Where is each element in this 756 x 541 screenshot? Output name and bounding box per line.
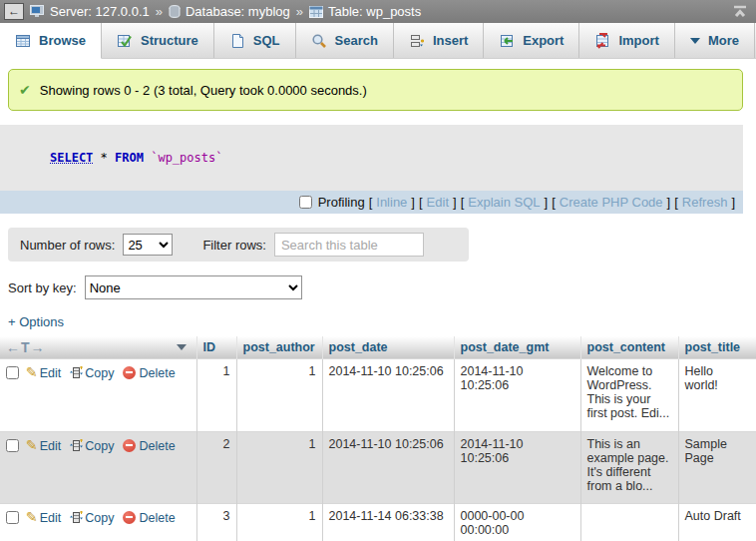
- row-checkbox[interactable]: [6, 439, 19, 452]
- sql-query-box: SELECT * FROM `wp_posts`: [0, 125, 743, 191]
- header-actions[interactable]: ←T→: [0, 336, 196, 358]
- create-php-code-link[interactable]: Create PHP Code: [560, 195, 663, 210]
- header-id[interactable]: ID: [196, 336, 236, 358]
- sort-by-key-select[interactable]: None: [85, 275, 302, 299]
- tab-structure[interactable]: Structure: [102, 23, 214, 58]
- cell-id: 3: [196, 503, 236, 541]
- edit-pencil-icon: ✎: [26, 509, 38, 525]
- tab-label: Export: [523, 33, 564, 48]
- filter-rows-input[interactable]: [274, 233, 424, 257]
- copy-link[interactable]: Copy: [85, 439, 114, 453]
- bracket: ]: [411, 195, 415, 210]
- row-actions-cell: ✎EditCopyDelete: [0, 431, 196, 503]
- transpose-icon[interactable]: ←T→: [6, 339, 46, 355]
- server-breadcrumb-bar: ← Server: 127.0.0.1 » Database: myblog »…: [0, 0, 756, 23]
- query-actions-bar: Profiling [ Inline ] [ Edit ] [ Explain …: [0, 191, 743, 214]
- row-actions-cell: ✎EditCopyDelete: [0, 503, 196, 541]
- sql-table-name: `wp_posts`: [151, 151, 222, 165]
- table-header-row: ←T→ ID post_author post_date post_date_g…: [0, 336, 756, 358]
- tab-label: Search: [335, 33, 378, 48]
- cell-post-date-gmt: 0000-00-00 00:00:00: [454, 503, 580, 541]
- tab-label: SQL: [253, 33, 280, 48]
- copy-icon: [70, 439, 83, 452]
- cell-post-title: Auto Draft: [678, 503, 756, 541]
- copy-link[interactable]: Copy: [85, 511, 114, 525]
- bracket: ]: [545, 195, 549, 210]
- row-checkbox[interactable]: [6, 366, 19, 379]
- delete-icon: [123, 511, 136, 524]
- chevron-down-icon: [690, 38, 700, 44]
- tab-export[interactable]: Export: [484, 23, 579, 58]
- cell-id: 2: [196, 431, 236, 503]
- row-actions-cell: ✎EditCopyDelete: [0, 358, 196, 431]
- cell-post-date-gmt: 2014-11-10 10:25:06: [454, 431, 580, 503]
- delete-icon: [123, 439, 136, 452]
- database-icon: [169, 5, 181, 18]
- breadcrumb: Server: 127.0.0.1: [30, 4, 150, 19]
- header-post-title[interactable]: post_title: [678, 336, 756, 358]
- bracket: [: [674, 195, 678, 210]
- delete-icon: [123, 366, 136, 379]
- cell-post-content: This is an example page. It's different …: [580, 431, 678, 503]
- inline-link[interactable]: Inline: [376, 195, 407, 210]
- cell-post-title: Hello world!: [678, 358, 756, 431]
- edit-query-link[interactable]: Edit: [427, 195, 449, 210]
- copy-icon: [70, 511, 83, 524]
- back-button[interactable]: ←: [4, 3, 24, 20]
- delete-link[interactable]: Delete: [139, 439, 175, 453]
- tab-label: More: [708, 33, 739, 48]
- table-row: ✎EditCopyDelete 3 1 2014-11-14 06:33:38 …: [0, 503, 756, 541]
- collapse-menu-icon[interactable]: [732, 5, 748, 18]
- edit-link[interactable]: Edit: [40, 439, 62, 453]
- explain-sql-link[interactable]: Explain SQL: [468, 195, 540, 210]
- tab-sql[interactable]: SQL: [214, 23, 296, 58]
- edit-link[interactable]: Edit: [40, 511, 62, 525]
- cell-post-date-gmt: 2014-11-10 10:25:06: [454, 358, 580, 431]
- search-icon: [311, 33, 327, 49]
- table-row: ✎EditCopyDelete 1 1 2014-11-10 10:25:06 …: [0, 358, 756, 431]
- sql-keyword-select: SELECT: [50, 151, 93, 165]
- edit-link[interactable]: Edit: [40, 366, 62, 380]
- copy-link[interactable]: Copy: [85, 366, 114, 380]
- header-post-author[interactable]: post_author: [236, 336, 322, 358]
- tab-bar: Browse Structure SQL Search I: [0, 23, 756, 59]
- header-post-content[interactable]: post_content: [580, 336, 678, 358]
- edit-pencil-icon: ✎: [26, 364, 38, 380]
- delete-link[interactable]: Delete: [139, 366, 175, 380]
- options-dropdown-icon[interactable]: [177, 344, 187, 350]
- tab-more[interactable]: More: [675, 23, 755, 58]
- profiling-checkbox[interactable]: [299, 196, 312, 209]
- tab-label: Insert: [433, 33, 468, 48]
- breadcrumb-table[interactable]: Table: wp_posts: [328, 4, 421, 19]
- import-icon: [594, 33, 610, 49]
- profiling-label: Profiling: [318, 195, 365, 210]
- sort-by-key-label: Sort by key:: [8, 280, 77, 295]
- options-toggle[interactable]: + Options: [8, 314, 64, 329]
- table-row: ✎EditCopyDelete 2 1 2014-11-10 10:25:06 …: [0, 431, 756, 503]
- bracket: ]: [731, 195, 735, 210]
- status-message: ✔ Showing rows 0 - 2 (3 total, Query too…: [8, 69, 743, 111]
- cell-post-content: [580, 503, 678, 541]
- status-message-text: Showing rows 0 - 2 (3 total, Query took …: [40, 83, 367, 98]
- browse-icon: [15, 33, 31, 49]
- sql-icon: [229, 33, 245, 49]
- number-of-rows-select[interactable]: 25: [123, 234, 173, 256]
- tab-import[interactable]: Import: [579, 23, 674, 58]
- breadcrumb-database[interactable]: Database: myblog: [186, 4, 290, 19]
- header-post-date[interactable]: post_date: [322, 336, 454, 358]
- tab-insert[interactable]: Insert: [394, 23, 484, 58]
- bracket: [: [552, 195, 556, 210]
- breadcrumb: Database: myblog: [169, 4, 290, 19]
- export-icon: [499, 33, 515, 49]
- tab-search[interactable]: Search: [296, 23, 394, 58]
- header-post-date-gmt[interactable]: post_date_gmt: [454, 336, 580, 358]
- tab-browse[interactable]: Browse: [0, 23, 102, 59]
- bracket: ]: [453, 195, 457, 210]
- rows-control-panel: Number of rows: 25 Filter rows:: [8, 228, 469, 262]
- breadcrumb-separator: »: [296, 4, 303, 19]
- breadcrumb-server[interactable]: Server: 127.0.0.1: [50, 4, 150, 19]
- refresh-link[interactable]: Refresh: [682, 195, 728, 210]
- row-checkbox[interactable]: [6, 511, 19, 524]
- delete-link[interactable]: Delete: [139, 511, 175, 525]
- tab-label: Structure: [141, 33, 198, 48]
